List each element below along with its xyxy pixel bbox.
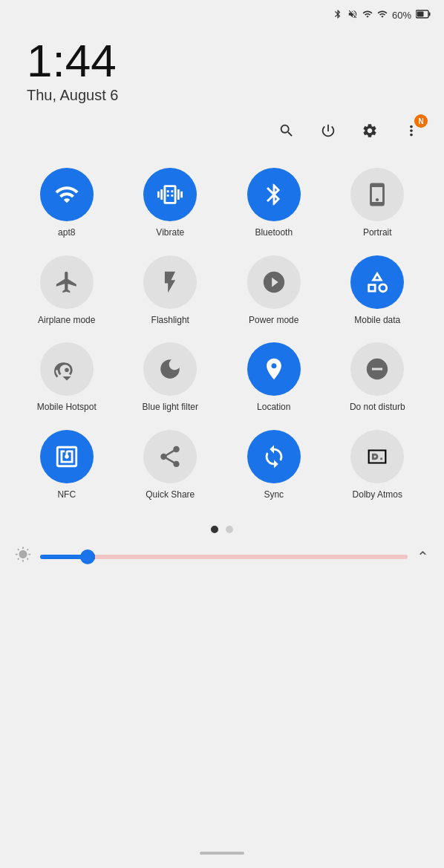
- tile-airplane-mode[interactable]: Airplane mode: [15, 245, 119, 333]
- signal-icon: [377, 9, 388, 22]
- tile-label-flashlight: Flashlight: [151, 315, 189, 327]
- tile-label-apt8: apt8: [58, 227, 75, 239]
- page-indicator: [0, 514, 444, 539]
- time-section: 1:44 Thu, August 6: [0, 25, 444, 111]
- status-bar: 60%: [0, 0, 444, 25]
- tile-icon-nfc: [40, 430, 94, 483]
- tile-sync[interactable]: Sync: [222, 420, 326, 507]
- tile-icon-sync: [247, 430, 301, 483]
- more-options-button[interactable]: N: [398, 117, 425, 144]
- tile-label-portrait: Portrait: [363, 227, 392, 239]
- nav-bar: [0, 838, 444, 868]
- svg-rect-2: [417, 12, 424, 17]
- tile-label-location: Location: [257, 402, 290, 414]
- power-button[interactable]: [315, 117, 342, 144]
- tile-label-mobile-data: Mobile data: [354, 315, 400, 327]
- tile-nfc[interactable]: NFC: [15, 420, 119, 507]
- svg-rect-1: [429, 13, 431, 16]
- tile-mobile-data[interactable]: Mobile data: [326, 245, 430, 333]
- tile-label-power-mode: Power mode: [249, 315, 298, 327]
- tile-portrait[interactable]: Portrait: [326, 157, 430, 245]
- tile-icon-airplane-mode: [40, 255, 94, 309]
- tile-label-sync: Sync: [264, 489, 284, 501]
- search-button[interactable]: [273, 117, 300, 144]
- tile-icon-blue-light-filter: [143, 342, 197, 396]
- date: Thu, August 6: [27, 87, 417, 104]
- page-dot-2: [226, 526, 233, 533]
- brightness-slider[interactable]: [40, 555, 408, 559]
- tile-label-airplane-mode: Airplane mode: [38, 315, 95, 327]
- tile-power-mode[interactable]: Power mode: [222, 245, 326, 333]
- quick-settings-grid: apt8VibrateBluetoothPortraitAirplane mod…: [0, 150, 444, 514]
- brightness-expand-button[interactable]: ⌃: [417, 548, 429, 566]
- tile-icon-apt8: [40, 168, 94, 221]
- clock: 1:44: [27, 38, 417, 84]
- tile-bluetooth[interactable]: Bluetooth: [222, 157, 326, 245]
- tile-label-vibrate: Vibrate: [156, 227, 184, 239]
- battery-icon: [416, 10, 431, 21]
- tile-icon-location: [247, 342, 301, 396]
- tile-label-blue-light-filter: Blue light filter: [143, 402, 198, 414]
- tile-icon-do-not-disturb: [350, 342, 404, 396]
- tile-dolby-atmos[interactable]: Dolby Atmos: [326, 420, 430, 507]
- tile-icon-portrait: [350, 168, 404, 221]
- tile-icon-vibrate: [143, 168, 197, 221]
- settings-button[interactable]: [356, 117, 383, 144]
- brightness-thumb[interactable]: [80, 549, 95, 564]
- tile-label-quick-share: Quick Share: [146, 489, 195, 501]
- tile-label-dolby-atmos: Dolby Atmos: [353, 489, 402, 501]
- tile-label-nfc: NFC: [57, 489, 76, 501]
- tile-apt8[interactable]: apt8: [15, 157, 119, 245]
- tile-icon-bluetooth: [247, 168, 301, 221]
- tile-vibrate[interactable]: Vibrate: [119, 157, 223, 245]
- tile-icon-dolby-atmos: [350, 430, 404, 483]
- tile-icon-mobile-data: [350, 255, 404, 309]
- notification-badge: N: [414, 114, 428, 128]
- bluetooth-status-icon: [333, 9, 343, 22]
- tile-icon-flashlight: [143, 255, 197, 309]
- battery-percentage: 60%: [392, 10, 411, 21]
- tile-label-mobile-hotspot: Mobile Hotspot: [37, 402, 97, 414]
- tile-mobile-hotspot[interactable]: Mobile Hotspot: [15, 332, 119, 420]
- page-dot-1: [211, 526, 218, 533]
- quick-settings-toolbar: N: [0, 111, 444, 150]
- tile-icon-mobile-hotspot: [40, 342, 94, 396]
- tile-label-bluetooth: Bluetooth: [255, 227, 293, 239]
- tile-label-do-not-disturb: Do not disturb: [350, 402, 405, 414]
- tile-location[interactable]: Location: [222, 332, 326, 420]
- tile-quick-share[interactable]: Quick Share: [119, 420, 223, 507]
- home-indicator[interactable]: [200, 852, 244, 855]
- tile-flashlight[interactable]: Flashlight: [119, 245, 223, 333]
- tile-icon-quick-share: [143, 430, 197, 483]
- brightness-control: ⌃: [0, 539, 444, 574]
- tile-icon-power-mode: [247, 255, 301, 309]
- tile-blue-light-filter[interactable]: Blue light filter: [119, 332, 223, 420]
- brightness-icon: [15, 546, 31, 567]
- wifi-status-icon: [362, 9, 373, 22]
- tile-do-not-disturb[interactable]: Do not disturb: [326, 332, 430, 420]
- mute-status-icon: [347, 9, 358, 22]
